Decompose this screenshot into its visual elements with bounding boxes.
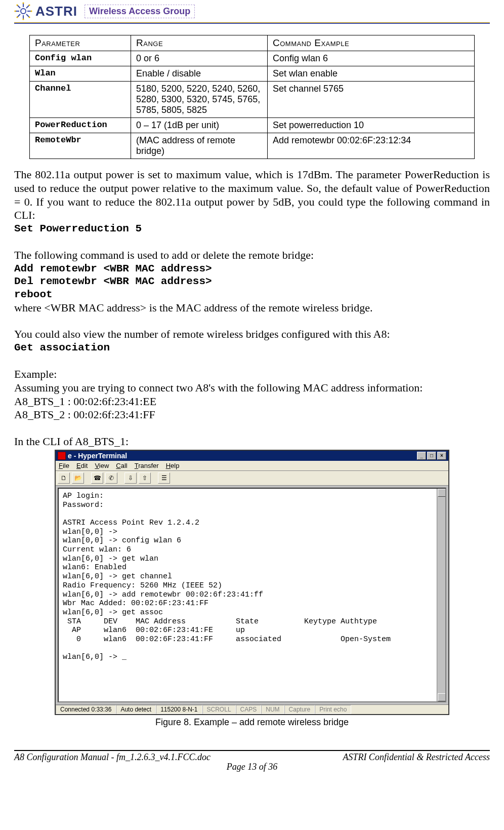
logo-star-icon [14, 2, 32, 20]
svg-point-11 [14, 10, 16, 12]
status-line: 115200 8-N-1 [156, 705, 202, 714]
table-row: RemoteWbr (MAC address of remote bridge)… [30, 133, 475, 159]
menu-transfer[interactable]: Transfer [135, 462, 159, 469]
menu-bar[interactable]: File Edit View Call Transfer Help [56, 461, 448, 471]
col-parameter: Parameter [30, 35, 131, 51]
page-header: ASTRI Wireless Access Group [14, 0, 490, 21]
table-row: PowerReduction 0 – 17 (1dB per unit) Set… [30, 118, 475, 133]
app-icon [58, 452, 66, 460]
tb-connect-icon[interactable]: ☎ [91, 472, 103, 484]
cli-intro: In the CLI of A8_BTS_1: [14, 435, 490, 449]
menu-help[interactable]: Help [166, 462, 180, 469]
status-echo: Print echo [315, 705, 351, 714]
cell-example: Set wlan enable [268, 66, 475, 82]
cell-param: Config wlan [30, 51, 131, 66]
menu-call[interactable]: Call [116, 462, 127, 469]
status-caps: CAPS [236, 705, 262, 714]
minimize-button[interactable]: _ [417, 452, 426, 460]
footer-bar: A8 Configuration Manual - fm_1.2.6.3_v4.… [14, 752, 490, 763]
table-row: Wlan Enable / disable Set wlan enable [30, 66, 475, 82]
tb-new-icon[interactable]: 🗋 [58, 472, 70, 484]
cell-example: Set channel 5765 [268, 82, 475, 118]
close-button[interactable]: × [437, 452, 446, 460]
svg-point-15 [28, 4, 30, 6]
col-range: Range [131, 35, 268, 51]
menu-file[interactable]: File [59, 462, 69, 469]
menu-edit[interactable]: Edit [76, 462, 88, 469]
status-capture: Capture [284, 705, 315, 714]
table-row: Config wlan 0 or 6 Config wlan 6 [30, 51, 475, 66]
header-separator [14, 22, 490, 24]
terminal-figure: e - HyperTerminal _ □ × File Edit View C… [55, 450, 449, 728]
cell-param: RemoteWbr [30, 133, 131, 159]
svg-point-10 [22, 18, 24, 20]
vertical-scrollbar[interactable] [437, 489, 445, 701]
paragraph-bridge-intro: The following command is used to add or … [14, 249, 490, 262]
cmd-get-association: Get association [14, 341, 490, 354]
paragraph-power: The 802.11a output power is set to maxim… [14, 168, 490, 222]
note-wbr-mac: where <WBR MAC address> is the MAC addre… [14, 301, 490, 315]
hyperterminal-window: e - HyperTerminal _ □ × File Edit View C… [55, 450, 449, 715]
svg-point-14 [28, 16, 30, 18]
mac-bts2: A8_BTS_2 : 00:02:6f:23:41:FF [14, 408, 490, 422]
maximize-button[interactable]: □ [427, 452, 436, 460]
cmd-del-remotewbr: Del remotewbr <WBR MAC address> [14, 275, 490, 288]
status-bar: Connected 0:33:36 Auto detect 115200 8-N… [56, 704, 448, 714]
status-num: NUM [261, 705, 284, 714]
cell-param: Channel [30, 82, 131, 118]
paragraph-association: You could also view the number of remote… [14, 328, 490, 341]
footer-page: Page 13 of 36 [14, 762, 490, 772]
figure-caption: Figure 8. Example – add remote wireless … [55, 717, 449, 728]
cell-range: 5180, 5200, 5220, 5240, 5260, 5280, 5300… [131, 82, 268, 118]
cell-example: Set powerreduction 10 [268, 118, 475, 133]
footer-right: ASTRI Confidential & Restricted Access [343, 752, 490, 763]
window-titlebar[interactable]: e - HyperTerminal _ □ × [56, 451, 448, 461]
tb-receive-icon[interactable]: ⇧ [139, 472, 151, 484]
menu-view[interactable]: View [95, 462, 109, 469]
footer-left: A8 Configuration Manual - fm_1.2.6.3_v4.… [14, 752, 211, 763]
parameter-table: Parameter Range Command Example Config w… [29, 35, 475, 159]
cell-param: PowerReduction [30, 118, 131, 133]
tb-send-icon[interactable]: ⇩ [124, 472, 137, 484]
status-autodetect: Auto detect [116, 705, 156, 714]
cmd-reboot: reboot [14, 288, 490, 301]
svg-point-0 [21, 9, 26, 14]
example-label: Example: [14, 368, 490, 381]
example-intro: Assuming you are trying to connect two A… [14, 381, 490, 395]
terminal-output[interactable]: AP login: Password: ASTRI Access Point R… [58, 488, 446, 702]
cell-range: (MAC address of remote bridge) [131, 133, 268, 159]
brand-text: ASTRI [35, 4, 77, 19]
cell-range: 0 – 17 (1dB per unit) [131, 118, 268, 133]
cmd-set-powerreduction: Set Powerreduction 5 [14, 222, 490, 235]
window-title: e - HyperTerminal [68, 452, 127, 460]
cell-example: Add remotewbr 00:02:6F:23:12:34 [268, 133, 475, 159]
cell-example: Config wlan 6 [268, 51, 475, 66]
cell-range: 0 or 6 [131, 51, 268, 66]
table-head-row: Parameter Range Command Example [30, 35, 475, 51]
tb-properties-icon[interactable]: ☰ [158, 472, 170, 484]
svg-point-12 [30, 10, 32, 12]
toolbar: 🗋 📂 ☎ ✆ ⇩ ⇧ ☰ [56, 471, 448, 486]
mac-bts1: A8_BTS_1 : 00:02:6f:23:41:EE [14, 395, 490, 409]
cmd-add-remotewbr: Add remotewbr <WBR MAC address> [14, 262, 490, 275]
wireless-access-group-label: Wireless Access Group [85, 5, 195, 18]
svg-point-16 [16, 16, 18, 18]
logo: ASTRI [14, 2, 77, 20]
cell-param: Wlan [30, 66, 131, 82]
cell-range: Enable / disable [131, 66, 268, 82]
svg-point-9 [22, 2, 24, 4]
footer-separator [14, 750, 490, 751]
status-scroll: SCROLL [202, 705, 236, 714]
body-text: The 802.11a output power is set to maxim… [14, 168, 490, 449]
svg-point-13 [16, 4, 18, 6]
tb-open-icon[interactable]: 📂 [72, 472, 84, 484]
status-connected: Connected 0:33:36 [56, 705, 116, 714]
tb-disconnect-icon[interactable]: ✆ [105, 472, 117, 484]
col-example: Command Example [268, 35, 475, 51]
table-row: Channel 5180, 5200, 5220, 5240, 5260, 52… [30, 82, 475, 118]
